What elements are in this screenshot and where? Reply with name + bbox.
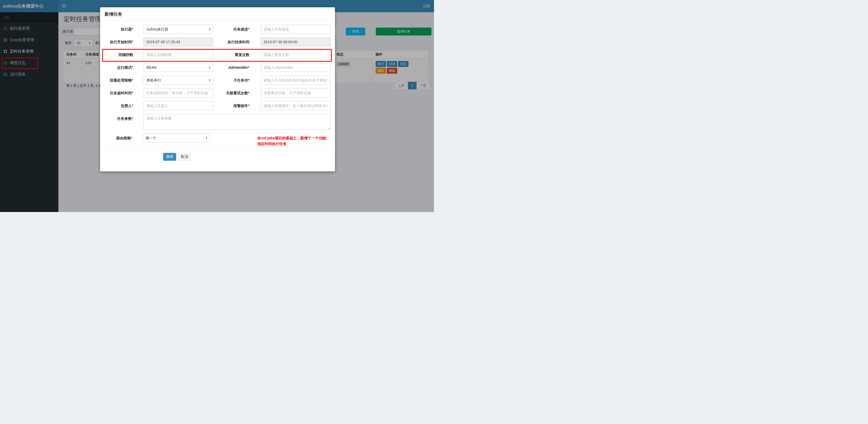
- interval-label: 间隔秒数: [104, 50, 136, 59]
- timeout-label: 任务超时时间*: [104, 89, 136, 97]
- end-time-input[interactable]: [261, 37, 331, 46]
- add-task-modal: 新增任务 执行器* zuihou执行器 任务描述* 执行开始时间* 执行结束时间…: [100, 7, 335, 171]
- alarm-email-label: 报警邮件*: [213, 101, 253, 110]
- fail-retry-input[interactable]: [261, 89, 331, 97]
- job-desc-input[interactable]: [261, 25, 331, 34]
- fail-retry-label: 失败重试次数*: [213, 89, 253, 97]
- job-param-label: 任务参数*: [104, 114, 136, 130]
- block-strategy-label: 阻塞处理策略*: [104, 76, 136, 85]
- child-jobid-input[interactable]: [261, 76, 331, 85]
- end-time-label: 执行结束时间: [213, 37, 253, 46]
- select-caret-icon: [209, 66, 211, 69]
- author-input[interactable]: [143, 101, 213, 110]
- select-caret-icon: [209, 28, 211, 31]
- executor-label: 执行器*: [104, 25, 136, 34]
- block-strategy-select[interactable]: 单机串行: [143, 76, 213, 85]
- job-param-textarea[interactable]: [143, 114, 331, 130]
- job-handler-label: JobHandler*: [213, 63, 253, 72]
- modal-footer: 保存 取消: [100, 150, 335, 164]
- alarm-email-input[interactable]: [261, 101, 331, 110]
- start-time-input[interactable]: [143, 37, 213, 46]
- modal-header: 新增任务: [100, 7, 335, 21]
- feature-note: 在xxl-jobs项目的基础上，新增了一个功能: 指定时间执行任务: [257, 134, 331, 146]
- cancel-button[interactable]: 取消: [178, 153, 190, 161]
- glue-type-label: 运行模式*: [104, 63, 136, 72]
- save-button[interactable]: 保存: [163, 153, 176, 161]
- repeat-count-label: 重复次数: [213, 50, 253, 59]
- modal-title: 新增任务: [104, 12, 122, 17]
- executor-select[interactable]: zuihou执行器: [143, 25, 213, 34]
- author-label: 负责人*: [104, 101, 136, 110]
- job-handler-input[interactable]: [261, 63, 331, 72]
- child-jobid-label: 子任务ID*: [213, 76, 253, 85]
- start-time-label: 执行开始时间*: [104, 37, 136, 46]
- job-desc-label: 任务描述*: [213, 25, 253, 34]
- modal-body: 执行器* zuihou执行器 任务描述* 执行开始时间* 执行结束时间 间隔秒数…: [100, 21, 335, 146]
- timeout-input[interactable]: [143, 89, 213, 97]
- select-caret-icon: [209, 79, 211, 82]
- select-caret-icon: [206, 136, 208, 140]
- route-strategy-label: 路由策略*: [104, 134, 135, 146]
- glue-type-select[interactable]: BEAN: [143, 63, 213, 72]
- route-strategy-select[interactable]: 第一个: [142, 134, 210, 142]
- repeat-count-input[interactable]: [261, 50, 331, 59]
- interval-input[interactable]: [143, 50, 213, 59]
